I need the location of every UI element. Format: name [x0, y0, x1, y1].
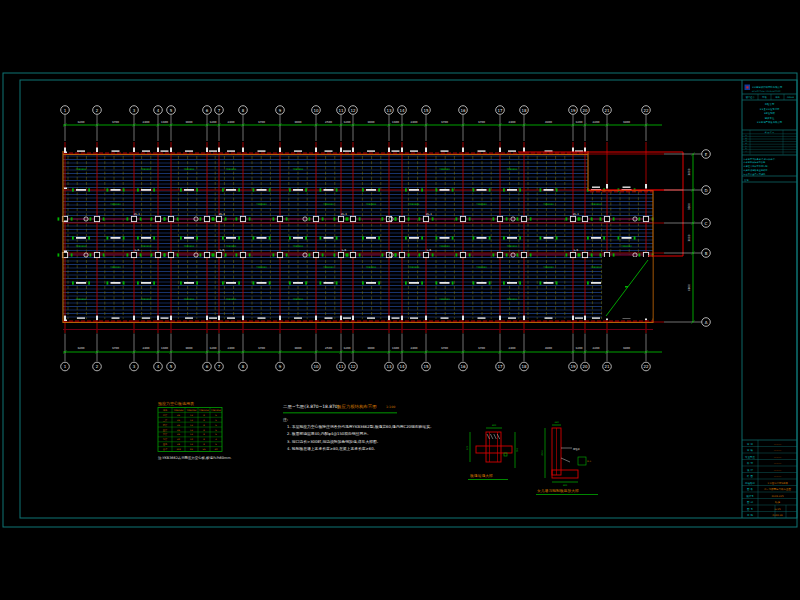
svg-text:××建筑设计研究院有限公司: ××建筑设计研究院有限公司 [752, 85, 782, 89]
svg-text:12: 12 [350, 364, 356, 369]
svg-text:40: 40 [177, 438, 180, 441]
svg-text:1200: 1200 [344, 346, 351, 350]
svg-text:4: 4 [215, 438, 217, 441]
svg-text:YKB3662: YKB3662 [76, 168, 87, 171]
svg-text:8: 8 [203, 438, 205, 441]
svg-text:2400: 2400 [509, 346, 516, 350]
svg-text:20: 20 [582, 364, 588, 369]
svg-text:A: A [705, 320, 708, 325]
svg-text:工程名称: 工程名称 [765, 103, 775, 106]
svg-text:12: 12 [190, 414, 193, 417]
svg-text:46: 46 [177, 424, 180, 427]
svg-text:YKB3662: YKB3662 [226, 298, 237, 301]
svg-text:屋面: 屋面 [163, 442, 168, 446]
svg-text:日 期: 日 期 [747, 513, 753, 517]
svg-text:4900: 4900 [545, 346, 552, 350]
svg-text:YKB3662: YKB3662 [366, 266, 377, 269]
svg-text:11: 11 [338, 108, 344, 113]
svg-text:318: 318 [176, 448, 181, 451]
svg-text:预应力板结构布置图: 预应力板结构布置图 [336, 404, 377, 410]
svg-text:2: 2 [96, 364, 99, 369]
svg-text:3600: 3600 [186, 120, 193, 124]
svg-text:图 号: 图 号 [747, 507, 753, 511]
svg-text:YKB3662: YKB3662 [621, 245, 632, 248]
svg-text:YKB3662: YKB3662 [226, 245, 237, 248]
svg-text:4900: 4900 [545, 120, 552, 124]
svg-text:审 定: 审 定 [747, 442, 753, 446]
sheet-border [3, 73, 797, 527]
grid-axes-bottom: 1234567891011121314151617181920212232003… [61, 334, 662, 371]
svg-text:设计号: 设计号 [746, 494, 754, 498]
svg-text:合计: 合计 [163, 448, 168, 451]
svg-text:审 核: 审 核 [747, 448, 753, 452]
svg-text:3900: 3900 [623, 120, 630, 124]
svg-text:8: 8 [242, 364, 245, 369]
svg-text:YKB3662: YKB3662 [476, 203, 487, 206]
svg-text:绘 图: 绘 图 [747, 474, 753, 478]
plank-mark-labels: YKB3662YKB3662YKB3662YKB3662YKB3662YKB36… [76, 168, 632, 301]
svg-text:5: 5 [170, 364, 173, 369]
svg-text:YKB3662: YKB3662 [507, 168, 518, 171]
svg-text:8: 8 [203, 433, 205, 436]
svg-text:E: E [705, 152, 708, 157]
svg-text:修 改 记 录: 修 改 记 录 [765, 131, 774, 134]
svg-text:B: B [705, 251, 708, 256]
svg-text:3000: 3000 [687, 234, 691, 241]
svg-text:YKB3662: YKB3662 [76, 245, 87, 248]
svg-text:注:: 注: [283, 417, 288, 422]
svg-text:YKB2462: YKB2462 [199, 409, 209, 412]
svg-text:3700: 3700 [258, 346, 265, 350]
svg-text:编号: 编号 [775, 96, 780, 99]
svg-text:1. 本层预应力空心板除注明者外均选用YKB3662型,板缝: 1. 本层预应力空心板除注明者外均选用YKB3662型,板缝宽60,缝内用C20… [287, 424, 434, 429]
svg-text:17: 17 [497, 108, 503, 113]
svg-text:建设单位: 建设单位 [764, 116, 775, 120]
svg-text:YKB3662: YKB3662 [293, 168, 304, 171]
svg-text:D: D [704, 188, 707, 193]
svg-text:××房地产开发有限公司: ××房地产开发有限公司 [757, 120, 783, 124]
svg-text:4.施工须与各专业图核对。: 4.施工须与各专业图核对。 [744, 168, 770, 172]
svg-text:L-3: L-3 [427, 248, 432, 252]
svg-text:1200: 1200 [344, 120, 351, 124]
stair-void [603, 257, 653, 319]
svg-text:6: 6 [206, 108, 209, 113]
svg-text:3: 3 [133, 108, 136, 113]
svg-text:2400: 2400 [143, 346, 150, 350]
svg-text:82: 82 [190, 448, 193, 451]
svg-text:预应力空心板选用表: 预应力空心板选用表 [158, 401, 194, 407]
svg-text:板缝灌缝大样: 板缝灌缝大样 [469, 473, 493, 478]
svg-text:———: ——— [774, 456, 782, 459]
svg-text:YKB3662: YKB3662 [543, 203, 554, 206]
detail-a: 120600380板缝灌缝大样 [466, 424, 519, 480]
svg-text:2: 2 [96, 108, 99, 113]
svg-text:2500: 2500 [325, 346, 332, 350]
svg-text:16: 16 [460, 108, 466, 113]
svg-text:YKB3662: YKB3662 [293, 298, 304, 301]
svg-text:YKB3662: YKB3662 [110, 266, 121, 269]
svg-text:4: 4 [157, 108, 160, 113]
svg-text:7: 7 [218, 364, 221, 369]
grid-axes-right: E3600D3300C3000B6900A [664, 150, 710, 327]
svg-text:———: ——— [774, 462, 782, 465]
svg-text:600: 600 [563, 484, 568, 487]
svg-text:专业负责: 专业负责 [745, 455, 756, 459]
svg-text:6: 6 [215, 443, 217, 446]
general-notes: 二层~七层(3.870~18.870)预应力板结构布置图1:100注:1. 本层… [283, 403, 434, 451]
svg-text:YKB3662: YKB3662 [76, 298, 87, 301]
svg-text:3600: 3600 [368, 346, 375, 350]
svg-text:二~七层预应力板布置图: 二~七层预应力板布置图 [764, 487, 792, 491]
grid-axes-top: 1234567891011121314151617181920212232003… [61, 106, 662, 141]
svg-text:12: 12 [190, 443, 193, 446]
svg-text:6: 6 [206, 364, 209, 369]
svg-text:YKB3662: YKB3662 [439, 245, 450, 248]
svg-text:YKB3662: YKB3662 [184, 298, 195, 301]
svg-text:4. 预制板在墙上支承长度≥80,在梁上支承长度≥60。: 4. 预制板在墙上支承长度≥80,在梁上支承长度≥60。 [287, 446, 377, 451]
svg-text:××县××住宅小区: ××县××住宅小区 [760, 107, 781, 111]
svg-text:G-15: G-15 [774, 508, 780, 511]
svg-text:14: 14 [399, 364, 405, 369]
svg-text:YKB3662: YKB3662 [256, 203, 267, 206]
svg-text:18: 18 [521, 364, 527, 369]
svg-text:12: 12 [190, 433, 193, 436]
svg-text:19: 19 [570, 364, 576, 369]
svg-text:380: 380 [516, 447, 519, 452]
svg-text:6900: 6900 [687, 284, 691, 291]
